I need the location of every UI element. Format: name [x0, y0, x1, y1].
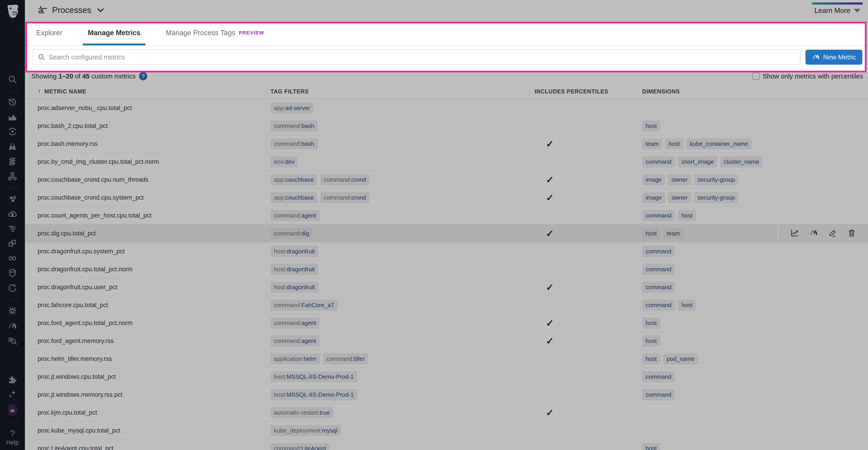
table-row[interactable]: proc.bash_2.cpu.total_pctcommand:bashhos… — [25, 117, 868, 135]
metric-name: proc.bash_2.cpu.total_pct — [38, 122, 271, 130]
integrations-icon[interactable] — [7, 375, 18, 385]
tag-filters-cell: command:FahCore_a7 — [271, 300, 534, 311]
table-row[interactable]: proc.kjm.cpu.total_pctautomatic-restart:… — [25, 404, 868, 422]
metric-name: proc.kube_mysql.cpu.total_pct — [38, 427, 271, 434]
table-row[interactable]: proc.jt.windows.cpu.total_pcthost:MSSQL-… — [25, 368, 868, 386]
tag-chip: command:crond — [320, 192, 369, 203]
preview-badge: PREVIEW — [239, 30, 264, 36]
gauge-icon[interactable] — [809, 228, 818, 238]
table-row[interactable]: proc.fahcore.cpu.total_pctcommand:FahCor… — [25, 296, 868, 314]
table-row[interactable]: proc.dragonfruit.cpu.user_pcthost:dragon… — [25, 278, 868, 296]
percentiles-cell: ✓ — [534, 407, 642, 418]
synthetics-icon[interactable] — [7, 283, 18, 293]
table-row[interactable]: proc.couchbase_crond.cpu.num_threadsapp:… — [25, 171, 868, 189]
table-row[interactable]: proc.dragonfruit.cpu.total_pct.normhost:… — [25, 260, 868, 278]
metric-name: proc.by_cmd_img_cluster.cpu.total_pct.no… — [38, 158, 271, 165]
search-input[interactable] — [49, 54, 796, 61]
tag-chip: command — [642, 156, 675, 167]
error-tracking-icon[interactable] — [7, 306, 18, 316]
datadog-logo[interactable] — [0, 0, 25, 22]
percentiles-cell: ✓ — [534, 138, 642, 149]
tag-filters-cell: host:dragonfruit — [271, 282, 534, 293]
new-metric-button[interactable]: New Metric — [805, 50, 862, 65]
containers-icon[interactable] — [7, 194, 18, 204]
dimensions-cell: commandhost — [642, 210, 868, 221]
metrics-icon[interactable] — [7, 112, 18, 122]
product-switcher[interactable]: Processes — [38, 5, 106, 16]
tag-chip: image — [642, 192, 665, 203]
tag-chip: command — [642, 282, 675, 293]
learn-more-button[interactable]: Learn More — [812, 1, 863, 20]
tag-chip: security-group — [694, 192, 738, 203]
table-row[interactable]: proc.bash.memory.rsscommand:bash✓teamhos… — [25, 135, 868, 153]
table-row[interactable]: proc.jt.windows.memory.rss.pcthost:MSSQL… — [25, 386, 868, 404]
metric-name: proc.jt.windows.cpu.total_pct — [38, 373, 271, 381]
help-icon[interactable]: ? — [7, 428, 18, 439]
checkmark-icon: ✓ — [534, 192, 554, 203]
percentiles-cell: ✓ — [534, 282, 642, 293]
ci-icon[interactable] — [7, 253, 18, 263]
table-row[interactable]: proc.couchbase_crond.cpu.system_pctapp:c… — [25, 189, 868, 207]
delete-icon[interactable] — [847, 228, 856, 238]
tab-manage-process-tags[interactable]: Manage Process TagsPREVIEW — [166, 21, 264, 45]
gauge-icon[interactable] — [7, 321, 18, 331]
security-icon[interactable] — [7, 268, 18, 278]
metric-name: proc.count_agents_per_host.cpu.total_pct — [38, 212, 271, 219]
table-row[interactable]: proc.adserver_nobu_.cpu.total_pctapp:ad-… — [25, 99, 868, 117]
tag-chip: host:MSSQL-IIS-Demo-Prod-1 — [271, 371, 357, 383]
apm-icon[interactable] — [7, 142, 18, 151]
service-map-icon[interactable] — [7, 171, 18, 181]
tag-chip: command:FahCore_a7 — [271, 300, 338, 311]
tag-chip: host — [642, 228, 660, 239]
history-icon[interactable] — [7, 97, 18, 107]
summary-help-icon[interactable]: ? — [139, 72, 147, 80]
tag-filters-cell: env:dev — [271, 156, 534, 167]
cloud-cost-icon[interactable] — [7, 209, 18, 219]
column-header-metric-name[interactable]: ↑ METRIC NAME — [38, 88, 271, 95]
percentiles-filter[interactable]: Show only metrics with percentiles — [752, 73, 863, 80]
table-row[interactable]: proc.kube_mysql.cpu.total_pctkube_deploy… — [25, 422, 868, 440]
logs-icon[interactable] — [7, 224, 18, 234]
tag-filters-cell: command:dig — [271, 228, 534, 239]
dimensions-cell: commandhost — [642, 300, 868, 311]
tag-chip: command:LiteAgent — [271, 443, 330, 450]
tab-label: Manage Metrics — [88, 29, 141, 37]
bits-ai-icon[interactable] — [7, 389, 18, 399]
timeseries-icon[interactable] — [790, 228, 799, 238]
table-row[interactable]: proc.LiteAgent.cpu.total_pctcommand:Lite… — [25, 440, 868, 450]
search-icon[interactable] — [7, 75, 18, 84]
tab-manage-metrics[interactable]: Manage Metrics — [88, 21, 141, 45]
edit-icon[interactable] — [828, 228, 837, 238]
tag-chip: pod_name — [663, 354, 698, 365]
tag-chip: application:helm — [271, 354, 320, 365]
tag-chip: host — [678, 210, 696, 221]
page-title: Processes — [52, 5, 91, 15]
percentiles-checkbox[interactable] — [752, 73, 760, 80]
tag-filters-cell: command:bash — [271, 120, 534, 132]
tag-chip: host — [678, 300, 696, 311]
metric-name: proc.jt.windows.memory.rss.pct — [38, 391, 271, 398]
tag-filters-cell: automatic-restart:true — [271, 407, 534, 418]
metric-name: proc.adserver_nobu_.cpu.total_pct — [38, 105, 271, 112]
infrastructure-icon[interactable] — [7, 157, 18, 167]
tag-filters-cell: kube_deployment:mysql — [271, 425, 534, 436]
dashboards-icon[interactable] — [7, 238, 18, 249]
checkmark-icon: ✓ — [534, 174, 554, 185]
watchdog-icon[interactable] — [7, 126, 18, 137]
table-row[interactable]: proc.count_agents_per_host.cpu.total_pct… — [25, 207, 868, 225]
table-row[interactable]: proc.ford_agent.memory.rsscommand:agent✓… — [25, 332, 868, 350]
tag-chip: app:ad-server — [271, 103, 313, 114]
search-box[interactable] — [33, 49, 801, 65]
audit-icon[interactable] — [7, 336, 18, 346]
column-header-tag-filters: TAG FILTERS — [271, 88, 534, 95]
metrics-table-body: proc.adserver_nobu_.cpu.total_pctapp:ad-… — [25, 99, 868, 450]
tab-explorer[interactable]: Explorer — [36, 21, 62, 45]
table-row[interactable]: proc.by_cmd_img_cluster.cpu.total_pct.no… — [25, 153, 868, 171]
avatar-icon[interactable] — [7, 405, 18, 415]
table-row[interactable]: proc.dig.cpu.total_pctcommand:dig✓hostte… — [25, 225, 868, 243]
table-row[interactable]: proc.ford_agent.cpu.total_pct.normcomman… — [25, 314, 868, 332]
table-row[interactable]: proc.helm_tiller.memory.rssapplication:h… — [25, 350, 868, 368]
summary-row: Showing 1–20 of 45 custom metrics ? Show… — [25, 68, 868, 84]
chevron-down-icon — [95, 5, 106, 16]
table-row[interactable]: proc.dragonfruit.cpu.system_pcthost:drag… — [25, 243, 868, 260]
